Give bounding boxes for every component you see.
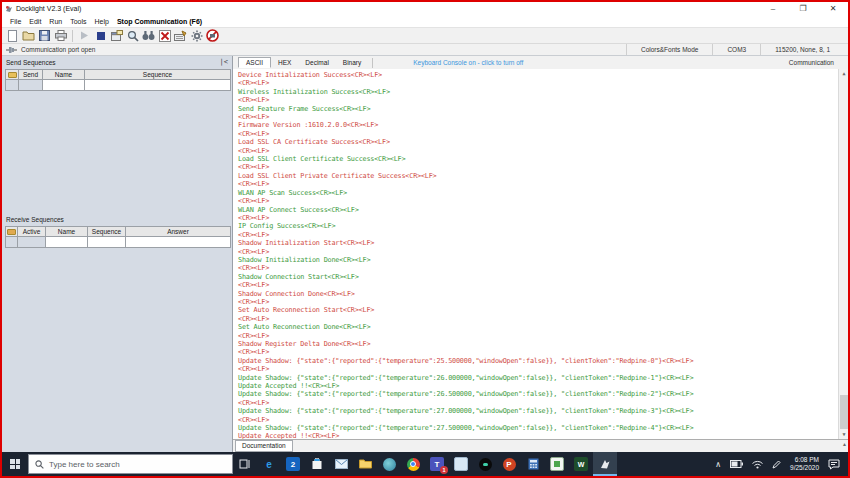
- receive-col-active[interactable]: Active: [18, 226, 46, 237]
- terminal-line: Shadow Register Delta Done<CR><LF>: [238, 340, 836, 348]
- taskbar-notes-icon[interactable]: [449, 452, 473, 476]
- receive-col-name[interactable]: Name: [46, 226, 88, 237]
- send-col-send[interactable]: Send: [19, 69, 43, 80]
- project-settings-icon[interactable]: [110, 29, 123, 42]
- receive-name-cell[interactable]: [46, 237, 88, 248]
- taskbar-chrome-icon[interactable]: [401, 452, 425, 476]
- docklight-app-icon: [5, 5, 13, 13]
- doc-scroll-up-icon[interactable]: ▲: [842, 441, 847, 447]
- scroll-up-icon[interactable]: ▲: [839, 69, 848, 78]
- taskbar-file-explorer-icon[interactable]: [353, 452, 377, 476]
- save-icon[interactable]: [38, 29, 51, 42]
- tab-binary[interactable]: Binary: [336, 58, 368, 67]
- action-center-icon[interactable]: [828, 459, 840, 470]
- terminal-line: Shadow Initialization Start<CR><LF>: [238, 239, 836, 247]
- taskbar-teams-icon[interactable]: T1: [425, 452, 449, 476]
- terminal-line: <CR><LF>: [238, 231, 836, 239]
- receive-sequences-title: Receive Sequences: [6, 216, 64, 223]
- taskbar-globe-app-icon[interactable]: [377, 452, 401, 476]
- terminal-line: Update Shadow: {"state":{"reported":{"te…: [238, 407, 836, 415]
- terminal-line: <CR><LF>: [238, 163, 836, 171]
- taskbar-clock[interactable]: 6:08 PM 9/25/2020: [790, 456, 819, 472]
- communication-filter-icon[interactable]: [206, 29, 219, 42]
- send-col-sequence[interactable]: Sequence: [85, 69, 231, 80]
- taskbar-store-icon[interactable]: [305, 452, 329, 476]
- new-file-icon[interactable]: [6, 29, 19, 42]
- taskbar-docklight-active-icon[interactable]: [593, 452, 617, 476]
- maximize-button[interactable]: ❐: [788, 2, 818, 15]
- send-name-cell[interactable]: [43, 80, 85, 91]
- menu-help[interactable]: Help: [91, 18, 113, 25]
- start-communication-icon[interactable]: [78, 29, 91, 42]
- taskbar-powerpoint-icon[interactable]: P: [497, 452, 521, 476]
- send-sequence-cell[interactable]: [85, 80, 231, 91]
- battery-icon[interactable]: [730, 460, 743, 468]
- network-wifi-icon[interactable]: [752, 460, 763, 469]
- scrollbar-thumb[interactable]: [840, 395, 848, 429]
- menu-run[interactable]: Run: [45, 18, 66, 25]
- tab-decimal[interactable]: Decimal: [298, 58, 335, 67]
- taskbar-link2-icon[interactable]: 2: [281, 452, 305, 476]
- menu-file[interactable]: File: [6, 18, 25, 25]
- receive-folder-icon[interactable]: [5, 226, 18, 237]
- taskbar-edge-icon[interactable]: e: [257, 452, 281, 476]
- menu-stop-communication[interactable]: Stop Communication (F6): [113, 18, 206, 25]
- terminal-line: WLAN AP Scan Success<CR><LF>: [238, 189, 836, 197]
- receive-answer-cell[interactable]: [126, 237, 231, 248]
- terminal-output[interactable]: ▲ ▼ Device Initialization Success<CR><LF…: [233, 69, 848, 439]
- taskbar-calculator-icon[interactable]: [521, 452, 545, 476]
- keyboard-console-icon[interactable]: [174, 29, 187, 42]
- open-file-icon[interactable]: [22, 29, 35, 42]
- taskbar-w-app-icon[interactable]: W: [569, 452, 593, 476]
- send-folder-icon[interactable]: [5, 69, 19, 80]
- find-binoculars-icon[interactable]: [142, 29, 155, 42]
- terminal-line: Load SSL Client Certificate Success<CR><…: [238, 155, 836, 163]
- terminal-line: Shadow Connection Start<CR><LF>: [238, 273, 836, 281]
- terminal-line: <CR><LF>: [238, 113, 836, 121]
- terminal-line: Wireless Initialization Success<CR><LF>: [238, 88, 836, 96]
- taskbar-image-editor-icon[interactable]: [545, 452, 569, 476]
- terminal-line: Set Auto Reconnection Done<CR><LF>: [238, 323, 836, 331]
- format-tab-row: ASCII HEX Decimal Binary Keyboard Consol…: [233, 56, 848, 69]
- start-button[interactable]: [2, 452, 28, 476]
- menu-edit[interactable]: Edit: [25, 18, 45, 25]
- status-baud-settings[interactable]: 115200, None, 8, 1: [760, 44, 844, 55]
- status-com-port[interactable]: COM3: [712, 44, 760, 55]
- terminal-line: <CR><LF>: [238, 96, 836, 104]
- pen-icon[interactable]: [772, 460, 781, 469]
- minimize-button[interactable]: –: [758, 2, 788, 15]
- send-sequences-header: Send Name Sequence: [5, 69, 231, 80]
- taskbar-mail-icon[interactable]: [329, 452, 353, 476]
- close-button[interactable]: ✕: [818, 2, 848, 15]
- windows-logo-icon: [10, 459, 20, 469]
- tab-hex[interactable]: HEX: [271, 58, 298, 67]
- window-title: Docklight V2.3 (Eval): [16, 5, 81, 12]
- scroll-down-icon[interactable]: ▼: [839, 430, 848, 439]
- receive-col-answer[interactable]: Answer: [126, 226, 231, 237]
- send-col-name[interactable]: Name: [43, 69, 85, 80]
- stop-communication-icon[interactable]: [94, 29, 107, 42]
- menu-bar: File Edit Run Tools Help Stop Communicat…: [2, 15, 848, 27]
- print-icon[interactable]: [54, 29, 67, 42]
- terminal-line: <CR><LF>: [238, 281, 836, 289]
- menu-tools[interactable]: Tools: [66, 18, 90, 25]
- options-gear-icon[interactable]: [190, 29, 203, 42]
- clock-date: 9/25/2020: [790, 464, 819, 472]
- terminal-line: <CR><LF>: [238, 399, 836, 407]
- taskbar-media-app-icon[interactable]: [473, 452, 497, 476]
- clock-time: 6:08 PM: [790, 456, 819, 464]
- terminal-scrollbar[interactable]: ▲ ▼: [838, 69, 848, 439]
- taskbar-search-input[interactable]: Type here to search: [28, 454, 233, 474]
- status-colors-fonts-mode[interactable]: Colors&Fonts Mode: [626, 44, 712, 55]
- hidden-icons-chevron[interactable]: ∧: [715, 460, 721, 469]
- clear-terminal-icon[interactable]: [158, 29, 171, 42]
- tab-documentation[interactable]: Documentation: [235, 440, 293, 452]
- receive-sequence-cell[interactable]: [88, 237, 126, 248]
- tab-ascii[interactable]: ASCII: [238, 57, 271, 68]
- collapse-panel-button[interactable]: |<: [220, 58, 228, 66]
- zoom-icon[interactable]: [126, 29, 139, 42]
- keyboard-console-toggle-link[interactable]: Keyboard Console on - click to turn off: [413, 59, 523, 66]
- task-view-button[interactable]: [233, 452, 257, 476]
- terminal-line: WLAN AP Connect Success<CR><LF>: [238, 206, 836, 214]
- receive-col-sequence[interactable]: Sequence: [88, 226, 126, 237]
